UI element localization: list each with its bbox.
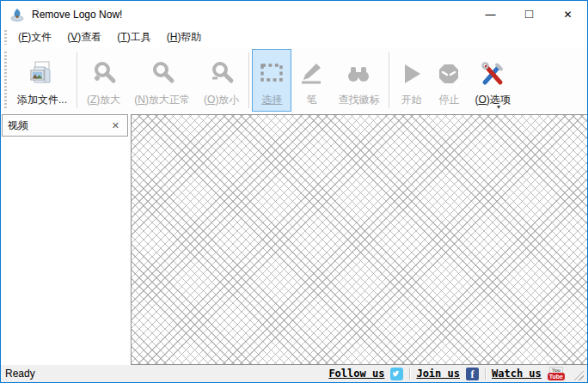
title-bar: Remove Logo Now! — □ ✕ [1,1,587,27]
menu-view[interactable]: (V)查看 [59,27,109,47]
zoom-out-label: (O)放小 [204,94,239,106]
toolbar-grip[interactable] [4,52,7,109]
status-separator [485,368,486,380]
menu-tools[interactable]: (T)工具 [109,27,158,47]
zoom-normal-icon [150,53,175,94]
close-button[interactable]: ✕ [548,1,587,27]
video-panel-title: 视频 [8,119,109,133]
status-separator [409,368,410,380]
zoom-in-label: (Z)放大 [87,94,120,106]
select-label: 选择 [261,94,282,106]
find-logo-label: 查找徽标 [338,94,379,106]
status-text: Ready [5,368,328,380]
play-icon [399,53,423,94]
menubar-grip[interactable] [4,30,7,45]
pen-label: 笔 [306,94,316,106]
zoom-out-button[interactable]: (O)放小 [197,49,246,112]
video-list[interactable] [2,137,128,365]
youtube-icon[interactable]: You Tube [548,367,565,380]
start-button[interactable]: 开始 [392,49,430,112]
select-button[interactable]: 选择 [252,49,291,112]
status-social-links: Follow us Join us f Watch us You Tube [328,367,584,380]
zoom-normal-label: (N)放大正常 [134,94,190,106]
preview-canvas[interactable] [131,114,587,365]
window-title: Remove Logo Now! [32,9,471,21]
pen-icon [298,53,324,94]
toolbar-separator [77,52,77,108]
toolbar-separator [389,52,389,108]
options-label: (O)选项 [475,94,510,106]
zoom-in-icon [91,53,117,94]
content-area: 视频 ✕ [1,112,587,365]
stop-button[interactable]: 停止 [430,49,468,112]
watch-us-link[interactable]: Watch us [492,368,542,380]
start-label: 开始 [401,94,421,106]
zoom-normal-button[interactable]: (N)放大正常 [127,49,197,112]
video-panel: 视频 ✕ [1,112,131,365]
facebook-icon[interactable]: f [466,368,479,380]
join-us-link[interactable]: Join us [416,368,460,380]
options-tools-icon [480,53,505,94]
twitter-icon[interactable] [390,368,403,380]
toolbar: 添加文件... (Z)放大 (N)放大正常 [1,47,587,112]
zoom-out-icon [209,53,235,94]
app-window: Remove Logo Now! — □ ✕ (F)文件 (V)查看 (T)工具… [0,0,588,383]
stop-label: 停止 [438,94,459,106]
toolbar-separator [248,52,249,108]
status-bar: Ready Follow us Join us f Watch us You T… [1,365,587,382]
resize-grip[interactable] [573,369,584,380]
add-files-label: 添加文件... [17,94,67,106]
select-rectangle-icon [259,53,285,94]
follow-us-link[interactable]: Follow us [328,368,384,380]
stop-icon [437,53,461,94]
maximize-button[interactable]: □ [510,1,548,27]
window-controls: — □ ✕ [471,1,587,27]
find-logo-button[interactable]: 查找徽标 [331,49,386,112]
options-button[interactable]: (O)选项 [468,49,517,112]
app-logo-icon [9,7,25,22]
menu-file[interactable]: (F)文件 [10,27,59,47]
panel-close-icon[interactable]: ✕ [109,120,122,131]
binoculars-icon [345,53,372,94]
toolbar-overflow-arrow[interactable]: ▾ [497,103,500,111]
pen-button[interactable]: 笔 [291,49,331,112]
add-files-button[interactable]: 添加文件... [10,49,74,112]
video-panel-header: 视频 ✕ [2,114,128,137]
add-files-folder-icon [28,53,57,94]
minimize-button[interactable]: — [471,1,510,27]
menu-bar: (F)文件 (V)查看 (T)工具 (H)帮助 [1,27,587,47]
menu-help[interactable]: (H)帮助 [159,27,210,47]
zoom-in-button[interactable]: (Z)放大 [80,49,127,112]
